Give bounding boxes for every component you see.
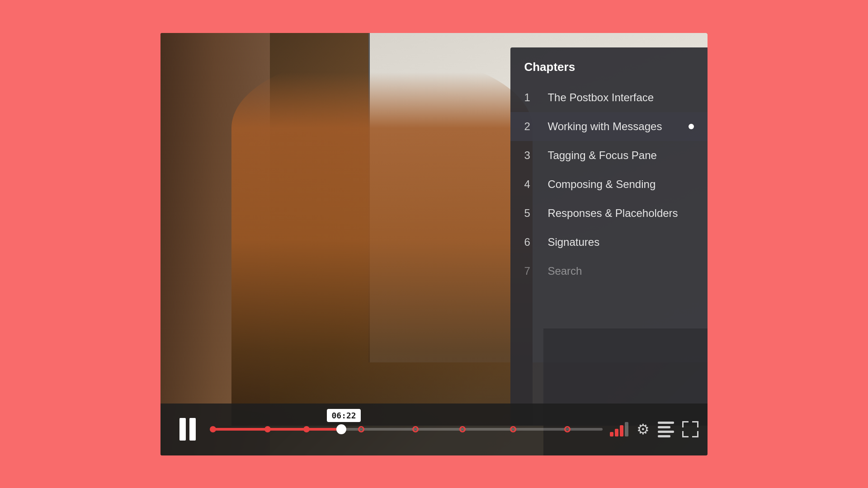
- chapter-active-dot: [689, 124, 694, 129]
- chapter-marker-1: [210, 426, 216, 432]
- progress-thumb[interactable]: [336, 424, 346, 434]
- chapter-item-4[interactable]: 4 Composing & Sending: [510, 170, 708, 199]
- progress-track[interactable]: [213, 428, 603, 431]
- chapter-number-6: 6: [524, 236, 540, 249]
- chapter-name-7: Search: [547, 265, 694, 277]
- chapter-number-7: 7: [524, 265, 540, 277]
- expand-arrows: [682, 421, 698, 437]
- arrow-br: [692, 431, 698, 437]
- chapter-name-4: Composing & Sending: [547, 178, 694, 191]
- progress-fill: [213, 428, 341, 431]
- list-line-2: [658, 426, 670, 428]
- list-line-1: [658, 422, 674, 424]
- chapter-marker-4: [358, 426, 364, 432]
- chapter-marker-3: [303, 426, 310, 432]
- pause-bar-left: [179, 418, 186, 441]
- vol-bar-2: [615, 429, 618, 436]
- chapter-marker-5: [412, 426, 419, 432]
- chapter-name-5: Responses & Placeholders: [547, 207, 694, 220]
- chapter-name-3: Tagging & Focus Pane: [547, 149, 694, 162]
- chapter-number-1: 1: [524, 91, 540, 104]
- arrow-tl: [682, 421, 689, 427]
- chapter-number-5: 5: [524, 207, 540, 220]
- chapter-item-3[interactable]: 3 Tagging & Focus Pane: [510, 141, 708, 170]
- pause-bar-right: [189, 418, 196, 441]
- progress-area[interactable]: 06:22: [213, 416, 603, 443]
- volume-button[interactable]: [610, 422, 628, 436]
- pause-icon: [179, 418, 196, 441]
- chapter-name-2: Working with Messages: [547, 120, 683, 133]
- chapter-name-6: Signatures: [547, 236, 694, 249]
- chapter-marker-8: [564, 426, 571, 432]
- arrow-tr: [692, 421, 698, 427]
- chapter-number-2: 2: [524, 120, 540, 133]
- pause-button[interactable]: [170, 411, 206, 447]
- chapters-panel: Chapters 1 The Postbox Interface 2 Worki…: [510, 47, 708, 426]
- chapters-toggle-button[interactable]: [658, 422, 674, 437]
- settings-button[interactable]: ⚙: [637, 421, 650, 438]
- chapter-item-2[interactable]: 2 Working with Messages: [510, 112, 708, 141]
- right-controls: ⚙: [610, 421, 698, 438]
- chapter-marker-6: [459, 426, 466, 432]
- arrow-bl: [682, 431, 689, 437]
- chapter-marker-2: [264, 426, 271, 432]
- fullscreen-button[interactable]: [682, 421, 698, 437]
- video-player: Chapters 1 The Postbox Interface 2 Worki…: [160, 33, 708, 455]
- list-line-3: [658, 431, 674, 433]
- vol-bar-1: [610, 432, 613, 436]
- chapter-number-4: 4: [524, 178, 540, 191]
- vol-bar-4: [625, 422, 628, 436]
- chapter-name-1: The Postbox Interface: [547, 91, 694, 104]
- chapter-item-6[interactable]: 6 Signatures: [510, 228, 708, 257]
- vol-bar-3: [620, 425, 623, 436]
- chapter-number-3: 3: [524, 149, 540, 162]
- chapter-item-1[interactable]: 1 The Postbox Interface: [510, 83, 708, 112]
- chapter-item-7[interactable]: 7 Search: [510, 257, 708, 286]
- chapter-marker-7: [510, 426, 516, 432]
- time-tooltip: 06:22: [327, 409, 360, 422]
- controls-bar: 06:22: [160, 404, 708, 455]
- scene-person: [231, 54, 533, 426]
- chapters-title: Chapters: [510, 60, 708, 83]
- chapter-item-5[interactable]: 5 Responses & Placeholders: [510, 199, 708, 228]
- list-line-4: [658, 435, 670, 437]
